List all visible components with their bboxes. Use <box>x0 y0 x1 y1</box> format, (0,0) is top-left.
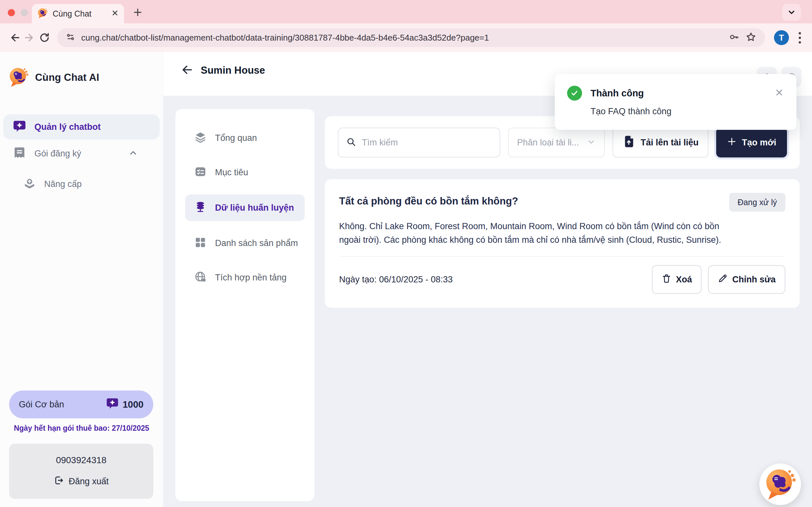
sidebar-item-quan-ly-chatbot[interactable]: Quản lý chatbot <box>3 114 160 139</box>
subnav-item-label: Dữ liệu huấn luyện <box>215 203 294 213</box>
upgrade-icon <box>23 177 36 191</box>
tab-title: Cùng Chat <box>53 9 107 18</box>
toast-message: Tạo FAQ thành công <box>591 107 784 117</box>
forward-icon[interactable] <box>22 30 37 45</box>
document-type-dropdown[interactable]: Phân loại tài li... <box>508 127 605 157</box>
layers-icon <box>194 131 207 145</box>
dropdown-selected-label: Phân loại tài li... <box>517 137 579 148</box>
brand-logo-icon <box>8 66 29 89</box>
sidebar-item-label: Nâng cấp <box>44 179 82 189</box>
tab-search-chevron-button[interactable] <box>782 4 801 21</box>
grid-icon <box>194 236 207 250</box>
credits-counter: 1000 <box>106 397 144 412</box>
password-key-icon[interactable] <box>728 32 740 44</box>
trash-icon <box>662 274 671 286</box>
globe-icon <box>194 271 207 284</box>
minimize-window-button[interactable] <box>21 9 28 16</box>
database-icon <box>194 201 207 215</box>
plus-icon <box>727 137 737 149</box>
address-bar[interactable]: cung.chat/chatbot-list/management-chatbo… <box>57 28 765 47</box>
subnav-item-tich-hop-nen-tang[interactable]: Tích hợp nền tảng <box>185 265 305 290</box>
subnav-item-label: Tổng quan <box>215 133 257 143</box>
page-title: Sumin House <box>201 65 265 76</box>
logout-label: Đăng xuất <box>68 476 108 487</box>
faq-answer: Không. Chỉ Lake Room, Forest Room, Mount… <box>339 219 742 247</box>
browser-tab[interactable]: Cùng Chat <box>32 4 124 23</box>
credits-value: 1000 <box>122 399 144 410</box>
subscription-receipt-icon <box>13 147 26 161</box>
site-settings-icon[interactable] <box>66 32 75 43</box>
toast-close-icon[interactable] <box>774 88 784 99</box>
back-arrow-icon[interactable] <box>181 64 193 77</box>
subnav-item-label: Tích hợp nền tảng <box>215 273 287 283</box>
url-text[interactable]: cung.chat/chatbot-list/management-chatbo… <box>81 33 723 43</box>
create-button-label: Tạo mới <box>742 137 776 148</box>
status-badge: Đang xử lý <box>729 193 785 212</box>
toast-title: Thành công <box>591 88 766 99</box>
created-date: Ngày tạo: 06/10/2025 - 08:33 <box>339 275 453 285</box>
app-sidebar: Cùng Chat AI Quản lý chatbot Gói đăng ký <box>0 52 163 507</box>
edit-button-label: Chỉnh sửa <box>732 275 776 285</box>
profile-avatar[interactable]: T <box>774 30 789 45</box>
chat-widget-button[interactable] <box>759 463 801 505</box>
divider <box>339 257 785 257</box>
subnav-item-muc-tieu[interactable]: Mục tiêu <box>185 160 305 185</box>
checklist-icon <box>194 166 207 179</box>
delete-button[interactable]: Xoá <box>652 265 702 294</box>
chevron-up-icon[interactable] <box>128 148 138 159</box>
upload-document-button[interactable]: Tải lên tài liệu <box>613 127 708 157</box>
search-field[interactable] <box>338 127 500 157</box>
chatbot-subnav: Tổng quan Mục tiêu Dữ liệu huấn luyện <box>175 109 314 501</box>
sidebar-item-label: Gói đăng ký <box>35 149 81 159</box>
sidebar-item-goi-dang-ky[interactable]: Gói đăng ký <box>13 142 156 166</box>
account-card: 0903924318 Đăng xuất <box>9 444 153 499</box>
browser-menu-icon[interactable] <box>799 32 801 44</box>
tab-close-icon[interactable] <box>111 9 119 18</box>
chevron-down-icon <box>587 137 596 148</box>
chat-widget-logo-icon <box>763 467 797 502</box>
browser-toolbar: cung.chat/chatbot-list/management-chatbo… <box>0 23 812 52</box>
upload-button-label: Tải lên tài liệu <box>641 137 699 148</box>
logout-button[interactable]: Đăng xuất <box>54 475 108 488</box>
credits-chat-icon <box>106 397 118 412</box>
subnav-item-label: Danh sách sản phẩm <box>215 238 298 248</box>
brand: Cùng Chat AI <box>8 66 99 89</box>
logout-icon <box>54 475 64 488</box>
tab-favicon-logo-icon <box>37 7 48 20</box>
close-window-button[interactable] <box>8 9 15 16</box>
plan-name: Gói Cơ bản <box>19 400 106 410</box>
faq-item-card: Tất cả phòng đều có bồn tắm không? Đang … <box>325 179 800 308</box>
search-icon <box>346 137 356 148</box>
pencil-icon <box>718 274 727 286</box>
account-phone: 0903924318 <box>56 455 107 465</box>
edit-button[interactable]: Chỉnh sửa <box>708 265 785 294</box>
upload-document-icon <box>622 135 635 150</box>
delete-button-label: Xoá <box>676 275 692 285</box>
brand-name: Cùng Chat AI <box>35 72 99 83</box>
search-input[interactable] <box>361 137 492 148</box>
sidebar-item-nang-cap[interactable]: Nâng cấp <box>23 173 82 195</box>
browser-window: Cùng Chat cung.chat/chatbot-list/managem… <box>0 0 812 507</box>
back-icon[interactable] <box>7 30 22 45</box>
success-toast: Thành công Tạo FAQ thành công <box>555 74 797 130</box>
subnav-item-tong-quan[interactable]: Tổng quan <box>185 126 305 150</box>
create-new-button[interactable]: Tạo mới <box>716 127 787 157</box>
faq-question: Tất cả phòng đều có bồn tắm không? <box>339 193 518 207</box>
sidebar-item-label: Quản lý chatbot <box>35 122 101 132</box>
subnav-item-label: Mục tiêu <box>215 167 248 177</box>
bookmark-star-icon[interactable] <box>746 32 756 44</box>
success-check-icon <box>567 86 582 101</box>
subnav-item-du-lieu-huan-luyen[interactable]: Dữ liệu huấn luyện <box>185 194 305 221</box>
browser-tab-strip: Cùng Chat <box>0 0 812 23</box>
plan-pill[interactable]: Gói Cơ bản 1000 <box>9 390 153 418</box>
reload-icon[interactable] <box>37 30 52 45</box>
new-tab-button[interactable] <box>131 5 145 19</box>
subscription-expiry: Ngày hết hạn gói thuê bao: 27/10/2025 <box>5 424 158 433</box>
chatbot-sparkle-icon <box>13 120 26 134</box>
subnav-item-danh-sach-san-pham[interactable]: Danh sách sản phẩm <box>185 231 305 256</box>
